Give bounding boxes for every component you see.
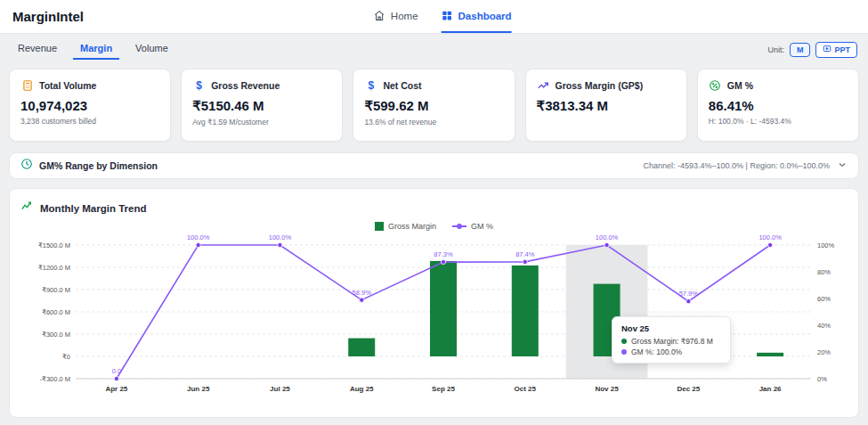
kpi-title: Gross Revenue	[211, 80, 280, 91]
line-point[interactable]	[604, 242, 609, 247]
gm-range-summary: Channel: -4593.4%–100.0% | Region: 0.0%–…	[644, 161, 831, 170]
tooltip-row-label: Gross Margin: ₹976.8 M	[631, 337, 713, 346]
kpi-title: Net Cost	[383, 80, 421, 91]
legend-label: Gross Margin	[388, 222, 436, 231]
point-label: 57.9%	[679, 290, 699, 298]
kpi-title: Total Volume	[39, 80, 96, 91]
chart-legend: Gross Margin GM %	[20, 222, 848, 231]
right-axis-tick: 0%	[817, 375, 827, 383]
gm-percent-swatch	[452, 225, 466, 227]
kpi-title: Gross Margin (GP$)	[556, 80, 644, 91]
point-label: 0.0	[112, 367, 121, 375]
left-axis-tick: ₹600.0 M	[42, 308, 70, 316]
right-axis-tick: 40%	[817, 322, 831, 330]
point-label: 100.0%	[758, 234, 782, 241]
monthly-margin-trend-card: Monthly Margin Trend Gross Margin GM % ₹…	[9, 188, 859, 418]
point-label: 58.9%	[353, 289, 372, 297]
point-label: 100.0%	[269, 234, 292, 241]
kpi-subtitle: Avg ₹1.59 M/customer	[192, 118, 331, 127]
tooltip-row: Gross Margin: ₹976.8 M	[621, 337, 721, 346]
trend-up-icon	[537, 78, 550, 92]
kpi-card-total-volume: Total Volume 10,974,023 3,238 customers …	[9, 69, 171, 142]
x-axis-label: Aug 25	[350, 385, 374, 393]
presentation-icon	[823, 45, 831, 55]
dashboard-grid-icon	[442, 10, 453, 21]
tab-volume[interactable]: Volume	[128, 39, 175, 60]
dollar-icon: $	[364, 78, 377, 92]
nav-dashboard-label: Dashboard	[458, 11, 512, 21]
right-axis-tick: 80%	[817, 268, 831, 276]
top-bar: MarginIntel Home Dashboard	[0, 0, 868, 34]
kpi-card-gross-margin: Gross Margin (GP$) ₹3813.34 M	[525, 69, 687, 142]
line-point[interactable]	[523, 259, 527, 264]
legend-gm-percent[interactable]: GM %	[452, 222, 493, 231]
chart-title: Monthly Margin Trend	[40, 203, 146, 214]
kpi-value: 10,974,023	[20, 98, 159, 113]
line-point[interactable]	[196, 242, 200, 247]
legend-label: GM %	[471, 222, 493, 231]
right-axis-tick: 60%	[817, 295, 831, 303]
nav-home[interactable]: Home	[374, 0, 418, 33]
app-root: MarginIntel Home Dashboard	[0, 0, 868, 418]
chevron-down-icon[interactable]	[837, 158, 848, 174]
kpi-title: GM %	[727, 80, 753, 91]
x-axis-label: Sep 25	[432, 385, 455, 393]
trend-chart-icon	[20, 200, 34, 217]
kpi-value: ₹5150.46 M	[192, 98, 331, 114]
app-title: MarginIntel	[12, 9, 84, 24]
kpi-subtitle: 3,238 customers billed	[20, 117, 159, 126]
left-axis-tick: ₹1200.0 M	[38, 264, 70, 272]
gross-margin-bar[interactable]	[348, 339, 375, 356]
chart-plot-area[interactable]: ₹1500.0 M₹1200.0 M₹900.0 M₹600.0 M₹300.0…	[20, 234, 848, 405]
left-axis-tick: ₹300.0 M	[42, 331, 70, 339]
gm-percent-dot-icon	[621, 349, 627, 355]
x-axis-label: Apr 25	[105, 385, 127, 393]
gauge-icon	[20, 158, 33, 174]
tooltip-row-label: GM %: 100.0%	[631, 347, 682, 356]
gross-margin-bar[interactable]	[512, 266, 539, 356]
line-point[interactable]	[768, 242, 773, 247]
kpi-card-gross-revenue: $ Gross Revenue ₹5150.46 M Avg ₹1.59 M/c…	[181, 69, 343, 142]
x-axis-label: Dec 25	[677, 385, 700, 393]
left-axis-tick: -₹300.0 M	[40, 375, 70, 383]
line-point[interactable]	[360, 298, 364, 302]
line-point[interactable]	[441, 259, 445, 264]
x-axis-label: Nov 25	[595, 385, 619, 393]
line-point[interactable]	[686, 299, 691, 304]
legend-gross-margin[interactable]: Gross Margin	[375, 222, 436, 231]
line-point[interactable]	[278, 242, 282, 247]
metric-tabs: Revenue Margin Volume	[11, 39, 175, 60]
kpi-card-net-cost: $ Net Cost ₹599.62 M 13.6% of net revenu…	[353, 69, 515, 142]
gross-margin-dot-icon	[621, 339, 627, 344]
point-label: 87.4%	[515, 250, 535, 258]
nav-dashboard[interactable]: Dashboard	[442, 0, 512, 33]
top-nav: Home Dashboard	[374, 0, 512, 33]
percent-circle-icon	[709, 78, 722, 92]
tooltip-title: Nov 25	[621, 323, 721, 333]
ppt-export-button[interactable]: PPT	[815, 42, 857, 58]
unit-controls: Unit: M PPT	[767, 42, 857, 58]
gross-margin-bar[interactable]	[430, 261, 457, 356]
kpi-value: ₹599.62 M	[364, 98, 503, 114]
left-axis-tick: ₹1500.0 M	[38, 241, 70, 249]
kpi-row: Total Volume 10,974,023 3,238 customers …	[9, 69, 859, 142]
point-label: 100.0%	[187, 234, 210, 241]
ppt-button-label: PPT	[834, 45, 850, 54]
tab-margin[interactable]: Margin	[73, 39, 119, 60]
kpi-subtitle: H: 100.0% · L: -4593.4%	[709, 117, 848, 126]
chart-tooltip: Nov 25 Gross Margin: ₹976.8 M GM %: 100.…	[612, 316, 731, 364]
gm-range-title: GM% Range by Dimension	[39, 160, 158, 171]
tab-revenue[interactable]: Revenue	[11, 39, 64, 60]
gross-margin-bar[interactable]	[757, 353, 783, 356]
left-axis-tick: ₹0	[62, 353, 70, 361]
kpi-card-gm-percent: GM % 86.41% H: 100.0% · L: -4593.4%	[697, 69, 859, 142]
home-icon	[374, 10, 385, 21]
line-point[interactable]	[114, 376, 118, 380]
x-axis-label: Jan 26	[759, 385, 782, 393]
calculator-icon	[20, 78, 34, 92]
unit-m-button[interactable]: M	[790, 43, 811, 57]
right-axis-tick: 20%	[817, 348, 831, 356]
kpi-subtitle: 13.6% of net revenue	[364, 118, 503, 127]
gm-range-bar[interactable]: GM% Range by Dimension Channel: -4593.4%…	[9, 152, 859, 179]
right-axis-tick: 100%	[817, 241, 835, 249]
